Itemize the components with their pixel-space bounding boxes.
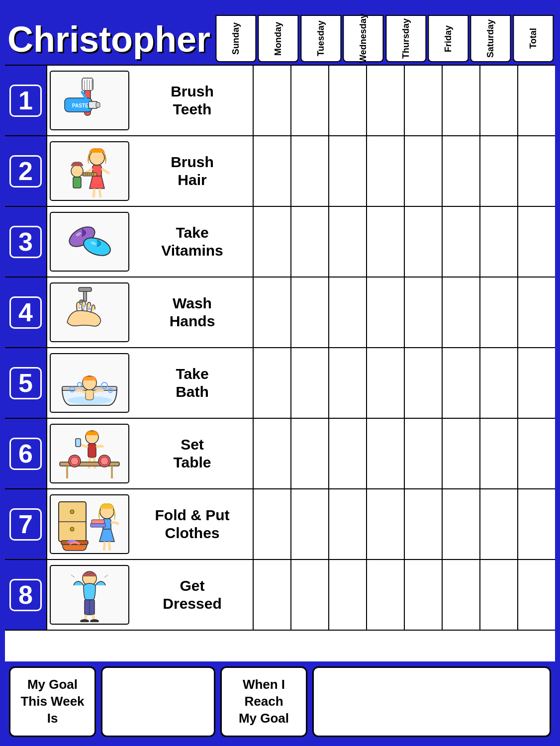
check-cell-5-6[interactable] (480, 419, 518, 488)
check-cell-5-7[interactable] (518, 419, 555, 488)
header: Christopher SundayMondayTuesdayWednesday… (5, 5, 555, 65)
check-cell-2-2[interactable] (329, 207, 367, 277)
check-cell-0-5[interactable] (443, 66, 480, 135)
check-cell-6-6[interactable] (480, 489, 518, 559)
check-cell-1-0[interactable] (254, 136, 291, 206)
svg-point-34 (84, 305, 86, 307)
check-cell-0-0[interactable] (254, 66, 291, 135)
svg-rect-38 (86, 390, 93, 400)
task-cell-5: Set Table (47, 419, 254, 488)
check-cell-1-3[interactable] (367, 136, 405, 206)
check-cell-7-1[interactable] (291, 560, 329, 630)
check-cell-4-7[interactable] (518, 348, 555, 418)
check-cell-6-2[interactable] (329, 489, 367, 559)
check-cell-4-3[interactable] (367, 348, 405, 418)
check-cell-1-7[interactable] (518, 136, 555, 206)
svg-rect-54 (76, 439, 81, 447)
check-cell-1-5[interactable] (443, 136, 480, 206)
check-cell-5-3[interactable] (367, 419, 405, 488)
svg-point-16 (71, 165, 83, 177)
task-cell-0: PASTE Brush Teeth (47, 66, 254, 135)
number-cell-7: 7 (5, 489, 47, 559)
goal-label-text: My Goal This Week Is (16, 672, 88, 731)
check-cell-2-3[interactable] (367, 207, 405, 277)
check-cell-7-7[interactable] (518, 560, 555, 630)
reach-value-box[interactable] (312, 666, 551, 737)
chore-row: 2 Brush Hair (5, 136, 555, 207)
check-cell-5-1[interactable] (291, 419, 329, 488)
task-cell-7: Get Dressed (47, 560, 254, 630)
check-cell-0-7[interactable] (518, 66, 555, 135)
svg-point-53 (100, 457, 108, 465)
check-cell-2-1[interactable] (291, 207, 329, 277)
svg-rect-8 (96, 102, 100, 107)
check-cell-4-2[interactable] (329, 348, 367, 418)
check-cell-4-0[interactable] (254, 348, 291, 418)
check-cell-2-6[interactable] (480, 207, 518, 277)
check-cell-1-1[interactable] (291, 136, 329, 206)
task-label-7: Get Dressed (134, 577, 250, 613)
number-cell-8: 8 (5, 560, 47, 630)
svg-point-51 (71, 457, 79, 465)
check-cell-2-7[interactable] (518, 207, 555, 277)
svg-point-71 (80, 619, 89, 622)
svg-line-74 (104, 575, 108, 577)
number-cell-3: 3 (5, 207, 47, 277)
check-cell-6-0[interactable] (254, 489, 291, 559)
check-cell-4-6[interactable] (480, 348, 518, 418)
check-cell-7-2[interactable] (329, 560, 367, 630)
check-cell-5-0[interactable] (254, 419, 291, 488)
number-badge: 7 (9, 508, 42, 541)
check-cell-5-2[interactable] (329, 419, 367, 488)
svg-line-15 (99, 188, 100, 197)
svg-point-57 (70, 510, 74, 514)
day-cells-row-7 (254, 560, 555, 630)
check-cell-1-6[interactable] (480, 136, 518, 206)
check-cell-6-3[interactable] (367, 489, 405, 559)
check-cell-3-3[interactable] (367, 278, 405, 347)
check-cell-7-3[interactable] (367, 560, 405, 630)
check-cell-6-4[interactable] (405, 489, 443, 559)
check-cell-4-5[interactable] (443, 348, 480, 418)
check-cell-3-4[interactable] (405, 278, 443, 347)
task-label-4: Take Bath (134, 365, 250, 401)
reach-label-text: When I Reach My Goal (235, 672, 293, 731)
check-cell-7-6[interactable] (480, 560, 518, 630)
chore-row: 5 Take Bath (5, 348, 555, 419)
get-dressed-icon (50, 565, 129, 625)
day-tab-monday: Monday (258, 15, 298, 62)
check-cell-6-5[interactable] (443, 489, 480, 559)
check-cell-7-4[interactable] (405, 560, 443, 630)
goal-value-box[interactable] (101, 666, 215, 737)
check-cell-0-4[interactable] (405, 66, 443, 135)
check-cell-3-1[interactable] (291, 278, 329, 347)
check-cell-3-0[interactable] (254, 278, 291, 347)
check-cell-0-3[interactable] (367, 66, 405, 135)
check-cell-3-7[interactable] (518, 278, 555, 347)
check-cell-2-4[interactable] (405, 207, 443, 277)
check-cell-0-6[interactable] (480, 66, 518, 135)
day-cells-row-4 (254, 348, 555, 418)
check-cell-3-6[interactable] (480, 278, 518, 347)
check-cell-1-4[interactable] (405, 136, 443, 206)
check-cell-6-7[interactable] (518, 489, 555, 559)
day-cells-row-2 (254, 207, 555, 277)
day-cells-row-1 (254, 136, 555, 206)
check-cell-4-1[interactable] (291, 348, 329, 418)
check-cell-1-2[interactable] (329, 136, 367, 206)
check-cell-5-4[interactable] (405, 419, 443, 488)
check-cell-5-5[interactable] (443, 419, 480, 488)
check-cell-2-0[interactable] (254, 207, 291, 277)
check-cell-7-5[interactable] (443, 560, 480, 630)
check-cell-0-2[interactable] (329, 66, 367, 135)
check-cell-4-4[interactable] (405, 348, 443, 418)
day-tab-total: Total (513, 15, 554, 62)
check-cell-7-0[interactable] (254, 560, 291, 630)
svg-line-73 (71, 575, 75, 577)
check-cell-3-5[interactable] (443, 278, 480, 347)
check-cell-0-1[interactable] (291, 66, 329, 135)
check-cell-2-5[interactable] (443, 207, 480, 277)
check-cell-6-1[interactable] (291, 489, 329, 559)
svg-point-40 (78, 382, 82, 386)
check-cell-3-2[interactable] (329, 278, 367, 347)
